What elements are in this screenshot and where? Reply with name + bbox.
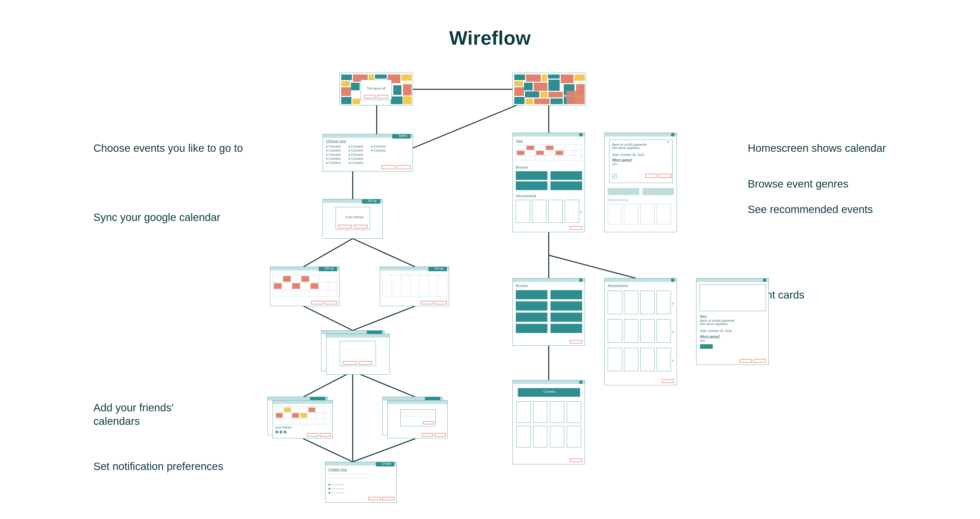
wireframe-event-detail: Back Banh mi schlitz typewriter fam kits… xyxy=(696,278,769,365)
annotation-homescreen: Homescreen shows calendar xyxy=(748,142,886,155)
svg-line-4 xyxy=(413,105,518,148)
concerts-pill: Concerts xyxy=(543,390,555,393)
event-you: you xyxy=(612,162,617,166)
annotation-set-notifications: Set notification preferences xyxy=(94,460,223,473)
sync-popup-text: If you choose xyxy=(345,216,363,219)
wireframe-concerts: Concerts xyxy=(512,380,585,464)
svg-line-12 xyxy=(304,439,353,462)
wireframe-choose-events: Select Choose your ● Concerts ● Concerts… xyxy=(323,134,413,172)
svg-line-6 xyxy=(353,239,415,267)
wireframe-homescreen-popup: ✕ Banh mi schlitz typewriter fam kitsch … xyxy=(605,133,677,232)
wireframe-homescreen: Your Browse Recommend › xyxy=(512,133,585,232)
wireframe-create-prefs: Create Create your ■ ────── ■ ────── ■ ─… xyxy=(325,462,396,503)
wireframe-stack-front xyxy=(326,334,390,374)
connectors xyxy=(0,0,980,519)
wireframe-friends-left: your friends xyxy=(272,400,333,438)
svg-line-15 xyxy=(549,255,635,278)
home-browse-label: Browse xyxy=(516,166,528,169)
wireframe-browse: Browse xyxy=(512,278,585,346)
svg-line-9 xyxy=(304,371,353,397)
recommend-header: Recommend xyxy=(608,284,628,288)
wireframe-calendar-empty: Set up xyxy=(380,267,449,306)
wireframe-friends-right xyxy=(387,400,448,438)
setup-pill-label: Set up xyxy=(368,199,377,202)
wireframe-recommend: Recommend › › › xyxy=(605,278,677,385)
svg-line-13 xyxy=(353,439,415,462)
event-date: Date: October 30, 2019 xyxy=(612,153,644,157)
select-pill-label: Select xyxy=(399,134,407,137)
browse-header: Browse xyxy=(516,284,528,288)
home-your-label: Your xyxy=(516,139,523,143)
create-header: Create your xyxy=(328,468,347,471)
wireframe-landing-popup: The hands off xyxy=(339,73,413,105)
annotation-sync-calendar: Sync your google calendar xyxy=(94,211,220,224)
event-whos-going: Who's going? xyxy=(612,158,632,162)
wireframe-landing xyxy=(512,73,586,105)
event-back: Back xyxy=(700,315,707,318)
annotation-choose-events: Choose events you like to go to xyxy=(94,142,243,155)
svg-line-5 xyxy=(304,239,353,267)
choose-header: Choose your xyxy=(326,139,346,143)
your-friends-label: your friends xyxy=(275,426,291,429)
wireframe-calendar-filled: Set up xyxy=(270,267,339,306)
svg-line-7 xyxy=(304,306,353,330)
svg-line-10 xyxy=(353,371,415,397)
page-title: Wireflow xyxy=(0,27,980,49)
annotation-add-friends: Add your friends' calendars xyxy=(94,401,173,428)
create-pill-label: Create xyxy=(382,462,391,465)
popup-text: The hands off xyxy=(367,87,385,90)
annotation-browse-genres: Browse event genres xyxy=(748,177,849,191)
annotation-see-recommended: See recommended events xyxy=(748,203,873,217)
svg-line-8 xyxy=(353,306,415,330)
event-title: Banh mi schlitz typewriter fam kitsch wa… xyxy=(612,143,647,150)
wireflow-diagram: Wireflow Choose events you like to go to… xyxy=(0,0,980,519)
home-recommend-label: Recommend xyxy=(516,194,536,198)
wireframe-sync-calendar: Set up If you choose xyxy=(323,199,383,239)
